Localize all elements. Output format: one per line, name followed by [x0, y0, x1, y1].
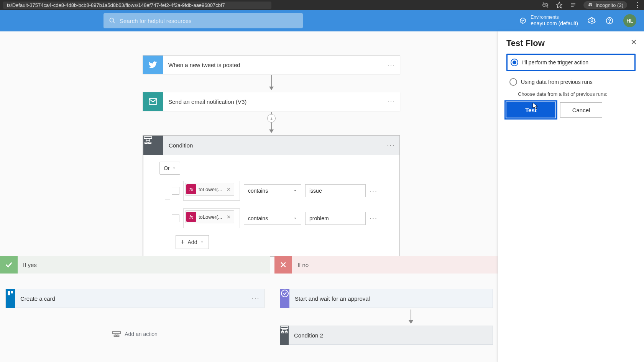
approval-action[interactable]: Start and wait for an approval [280, 289, 493, 308]
tree-connector [165, 197, 170, 222]
help-icon[interactable] [606, 17, 613, 25]
svg-rect-26 [285, 332, 288, 333]
remove-token-icon[interactable]: ✕ [224, 214, 233, 220]
svg-rect-17 [11, 291, 13, 293]
panel-title: Test Flow [506, 38, 636, 48]
row-checkbox[interactable] [172, 187, 179, 195]
value-input[interactable] [305, 184, 366, 197]
environment-icon [519, 17, 527, 25]
radio-label: Using data from previous runs [521, 79, 593, 85]
svg-rect-25 [282, 332, 284, 333]
close-panel-icon[interactable]: ✕ [631, 38, 637, 47]
action-icon [112, 331, 121, 337]
trigger-title: When a new tweet is posted [163, 62, 383, 68]
group-operator-label: Or [164, 165, 170, 171]
environment-label: Environments [531, 15, 578, 20]
search-input[interactable] [120, 18, 297, 24]
row-menu-icon[interactable]: ··· [370, 187, 378, 195]
trello-icon [6, 289, 15, 308]
trigger-card[interactable]: When a new tweet is posted ··· [143, 55, 400, 74]
svg-rect-13 [145, 142, 147, 144]
twitter-icon [143, 56, 163, 74]
condition-icon [280, 326, 289, 345]
if-no-branch: If no Start and wait for an approval Con… [274, 256, 498, 345]
remove-token-icon[interactable]: ✕ [224, 187, 233, 192]
fx-icon: fx [186, 212, 196, 222]
approval-icon [280, 289, 289, 308]
browser-menu-icon[interactable]: ⋮ [634, 1, 641, 9]
add-action-button[interactable]: Add an action [0, 331, 270, 337]
eye-off-icon[interactable] [542, 2, 549, 8]
radio-option-previous-runs[interactable]: Using data from previous runs [506, 74, 636, 90]
fx-text: toLower(... [196, 214, 224, 220]
plus-icon: + [181, 238, 185, 246]
svg-point-5 [590, 5, 592, 6]
chevron-down-icon [293, 189, 297, 193]
condition-icon [143, 136, 163, 155]
condition-row: fx toLower(... ✕ contains ··· [172, 208, 399, 228]
incognito-badge[interactable]: Incognito (2) [583, 1, 627, 9]
svg-rect-20 [117, 335, 119, 337]
search-box[interactable] [104, 13, 303, 28]
condition2-card[interactable]: Condition 2 [280, 326, 493, 345]
svg-point-10 [609, 22, 610, 23]
arrow-connector [411, 310, 411, 323]
condition-card[interactable]: Condition ··· Or fx toLower(... ✕ co [143, 135, 400, 257]
create-card-action[interactable]: Create a card ··· [5, 289, 264, 308]
chevron-down-icon [172, 166, 176, 170]
operator-dropdown[interactable]: contains [244, 212, 301, 225]
approval-title: Start and wait for an approval [289, 295, 493, 302]
create-card-title: Create a card [15, 295, 247, 302]
svg-point-4 [588, 5, 590, 6]
email-title: Send an email notification (V3) [163, 98, 383, 105]
add-condition-button[interactable]: + Add [176, 235, 209, 249]
condition-row: fx toLower(... ✕ contains ··· [172, 181, 399, 201]
svg-point-6 [110, 18, 114, 22]
chevron-down-icon [293, 216, 297, 220]
address-bar[interactable]: ts/Default-37574ca4-cde8-4d8b-bcb8-897b1… [3, 2, 271, 9]
radio-subtext: Choose data from a list of previous runs… [518, 91, 636, 97]
user-avatar[interactable]: HL [623, 14, 636, 27]
svg-rect-18 [113, 332, 120, 334]
add-label: Add [188, 239, 197, 245]
svg-rect-19 [114, 335, 117, 337]
svg-rect-16 [8, 291, 10, 295]
expression-field[interactable]: fx toLower(... ✕ [183, 181, 240, 201]
settings-icon[interactable] [588, 17, 596, 25]
radio-option-perform-trigger[interactable]: I'll perform the trigger action [506, 54, 636, 71]
svg-rect-24 [281, 327, 288, 329]
email-action-card[interactable]: Send an email notification (V3) ··· [143, 92, 400, 111]
app-header: Environments enayu.com (default) HL [0, 10, 644, 31]
card-menu-icon[interactable]: ··· [247, 295, 264, 303]
row-menu-icon[interactable]: ··· [370, 215, 378, 223]
fx-icon: fx [186, 184, 196, 194]
operator-label: contains [248, 215, 268, 221]
if-yes-label: If yes [18, 256, 270, 274]
fx-text: toLower(... [196, 187, 224, 192]
add-step-button[interactable]: + [267, 114, 276, 123]
operator-dropdown[interactable]: contains [244, 184, 301, 197]
radio-label: I'll perform the trigger action [522, 59, 588, 66]
row-checkbox[interactable] [172, 215, 179, 222]
condition-title: Condition [163, 142, 383, 149]
add-action-label: Add an action [125, 331, 158, 337]
reading-list-icon[interactable] [570, 2, 577, 8]
card-menu-icon[interactable]: ··· [383, 61, 400, 69]
card-menu-icon[interactable]: ··· [383, 141, 399, 149]
environment-name: enayu.com (default) [531, 20, 578, 27]
arrow-connector [271, 75, 272, 90]
star-icon[interactable] [556, 2, 563, 8]
group-operator-dropdown[interactable]: Or [159, 162, 180, 175]
svg-point-8 [591, 20, 593, 22]
if-yes-branch: If yes Create a card ··· Add an action [0, 256, 270, 337]
mail-icon [143, 92, 163, 111]
card-menu-icon[interactable]: ··· [383, 98, 400, 106]
svg-point-23 [281, 290, 288, 297]
close-icon [274, 256, 292, 274]
environment-picker[interactable]: Environments enayu.com (default) [519, 15, 578, 26]
expression-field[interactable]: fx toLower(... ✕ [183, 208, 240, 228]
test-button[interactable]: Test [506, 102, 555, 118]
cancel-button[interactable]: Cancel [560, 102, 602, 118]
if-no-label: If no [292, 256, 498, 274]
value-input[interactable] [305, 212, 366, 225]
